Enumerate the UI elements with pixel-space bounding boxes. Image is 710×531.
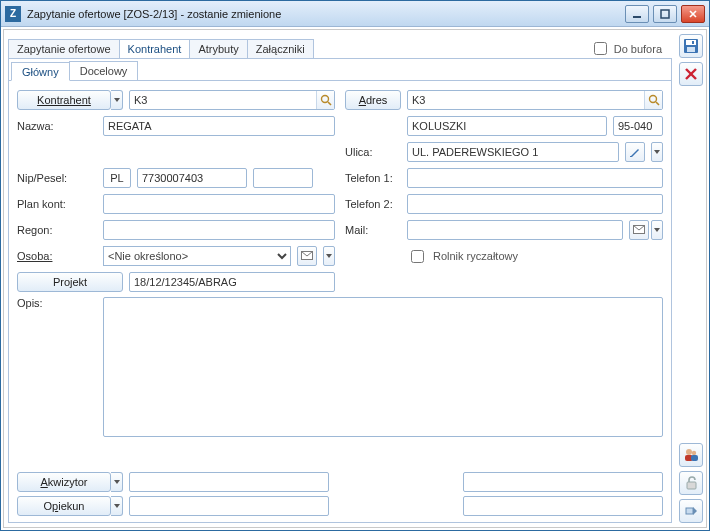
opiekun-input[interactable] xyxy=(129,496,329,516)
svg-rect-21 xyxy=(687,482,696,489)
akwizytor-dropdown[interactable] xyxy=(111,472,123,492)
save-button[interactable] xyxy=(679,34,703,58)
svg-point-17 xyxy=(686,449,692,455)
tel1-label: Telefon 1: xyxy=(345,172,401,184)
tel2-input[interactable] xyxy=(407,194,663,214)
opis-label: Opis: xyxy=(17,297,97,309)
ulica-edit-icon[interactable] xyxy=(625,142,645,162)
lock-button[interactable] xyxy=(679,471,703,495)
kontrahent-search-icon[interactable] xyxy=(316,91,334,109)
tab-zalaczniki[interactable]: Załączniki xyxy=(247,39,314,58)
svg-rect-0 xyxy=(633,16,641,18)
svg-rect-13 xyxy=(687,47,695,52)
svg-rect-12 xyxy=(686,40,696,45)
nip-input[interactable] xyxy=(137,168,247,188)
window-title: Zapytanie ofertowe [ZOS-2/13] - zostanie… xyxy=(27,8,625,20)
svg-line-8 xyxy=(656,102,659,105)
nazwa-input[interactable] xyxy=(103,116,335,136)
svg-rect-22 xyxy=(686,508,693,514)
window: Z Zapytanie ofertowe [ZOS-2/13] - zostan… xyxy=(0,0,710,531)
nip-country-input[interactable] xyxy=(103,168,131,188)
svg-rect-9 xyxy=(630,156,632,157)
postcode-input[interactable] xyxy=(613,116,663,136)
tel1-input[interactable] xyxy=(407,168,663,188)
kontrahent-panel: Główny Docelowy Kontrahent xyxy=(8,58,672,523)
adres-search-icon[interactable] xyxy=(644,91,662,109)
svg-rect-1 xyxy=(661,10,669,18)
do-bufora-checkbox[interactable] xyxy=(594,42,607,55)
inner-tabs: Główny Docelowy xyxy=(9,59,671,81)
adres-button[interactable]: Adres xyxy=(345,90,401,110)
nip-extra-input[interactable] xyxy=(253,168,313,188)
projekt-button[interactable]: Projekt xyxy=(17,272,123,292)
mail-send-icon[interactable] xyxy=(629,220,649,240)
akwizytor-button[interactable]: Akwizytor xyxy=(17,472,111,492)
regon-input[interactable] xyxy=(103,220,335,240)
osoba-label: Osoba: xyxy=(17,250,97,262)
mail-menu-icon[interactable] xyxy=(651,220,663,240)
outer-tabs: Zapytanie ofertowe Kontrahent Atrybuty Z… xyxy=(8,36,672,58)
close-button[interactable] xyxy=(681,5,705,23)
svg-point-19 xyxy=(692,451,696,455)
kontrahent-input[interactable] xyxy=(129,90,335,110)
plan-kont-label: Plan kont: xyxy=(17,198,97,210)
svg-rect-20 xyxy=(691,455,698,461)
svg-line-5 xyxy=(328,102,331,105)
right-rail xyxy=(676,30,706,527)
mail-label: Mail: xyxy=(345,224,401,236)
svg-marker-23 xyxy=(693,507,697,515)
opis-textarea[interactable] xyxy=(103,297,663,437)
plan-kont-input[interactable] xyxy=(103,194,335,214)
users-button[interactable] xyxy=(679,443,703,467)
right-column: Adres xyxy=(345,89,663,293)
cancel-button[interactable] xyxy=(679,62,703,86)
opiekun-button[interactable]: Opiekun xyxy=(17,496,111,516)
projekt-input[interactable] xyxy=(129,272,335,292)
rolnik-label: Rolnik ryczałtowy xyxy=(433,250,518,262)
regon-label: Regon: xyxy=(17,224,97,236)
do-bufora-label: Do bufora xyxy=(614,43,662,55)
mail-input[interactable] xyxy=(407,220,623,240)
tel2-label: Telefon 2: xyxy=(345,198,401,210)
osoba-menu-icon[interactable] xyxy=(323,246,335,266)
ulica-menu-icon[interactable] xyxy=(651,142,663,162)
nip-label: Nip/Pesel: xyxy=(17,172,97,184)
ulica-label: Ulica: xyxy=(345,146,401,158)
tab-atrybuty[interactable]: Atrybuty xyxy=(189,39,247,58)
osoba-select[interactable]: <Nie określono> xyxy=(103,246,291,266)
rolnik-checkbox[interactable] xyxy=(411,250,424,263)
nazwa-label: Nazwa: xyxy=(17,120,97,132)
tab-docelowy[interactable]: Docelowy xyxy=(69,61,139,80)
app-icon: Z xyxy=(5,6,21,22)
opiekun-dropdown[interactable] xyxy=(111,496,123,516)
svg-point-4 xyxy=(321,96,328,103)
osoba-mail-icon[interactable] xyxy=(297,246,317,266)
adres-input[interactable] xyxy=(407,90,663,110)
svg-rect-14 xyxy=(692,41,694,44)
kontrahent-button[interactable]: Kontrahent xyxy=(17,90,111,110)
tab-glowny[interactable]: Główny xyxy=(11,62,70,81)
tab-zapytanie-ofertowe[interactable]: Zapytanie ofertowe xyxy=(8,39,120,58)
opiekun-right-input[interactable] xyxy=(463,496,663,516)
svg-point-7 xyxy=(649,96,656,103)
ulica-input[interactable] xyxy=(407,142,619,162)
tab-kontrahent[interactable]: Kontrahent xyxy=(119,39,191,58)
minimize-button[interactable] xyxy=(625,5,649,23)
city-input[interactable] xyxy=(407,116,607,136)
next-button[interactable] xyxy=(679,499,703,523)
left-column: Kontrahent xyxy=(17,89,335,293)
maximize-button[interactable] xyxy=(653,5,677,23)
akwizytor-right-input[interactable] xyxy=(463,472,663,492)
akwizytor-input[interactable] xyxy=(129,472,329,492)
titlebar: Z Zapytanie ofertowe [ZOS-2/13] - zostan… xyxy=(1,1,709,27)
kontrahent-dropdown[interactable] xyxy=(111,90,123,110)
